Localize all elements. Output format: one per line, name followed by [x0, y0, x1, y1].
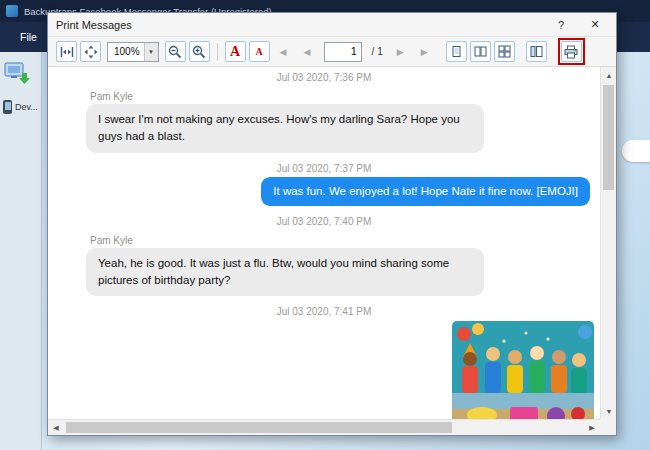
- zoom-out-button[interactable]: [165, 41, 186, 62]
- scrollbar-corner: [600, 419, 616, 435]
- phone-icon: [3, 100, 12, 114]
- view-mode-group: [446, 41, 515, 62]
- print-button[interactable]: [561, 41, 582, 62]
- next-page-icon: ▶: [397, 47, 404, 57]
- zoom-value: 100%: [108, 43, 144, 61]
- two-page-icon: [474, 45, 487, 58]
- device-label: Dev...: [15, 102, 38, 112]
- dialog-title: Print Messages: [56, 19, 548, 31]
- two-page-view-button[interactable]: [470, 41, 491, 62]
- chevron-down-icon[interactable]: ▼: [144, 43, 158, 61]
- print-messages-dialog: Print Messages ? ✕ 100% ▼: [47, 12, 617, 436]
- outgoing-message-bubble: It was fun. We enjoyed a lot! Hope Nate …: [261, 177, 590, 206]
- message-sender: Pam Kyle: [90, 91, 600, 102]
- print-button-highlight: [558, 38, 585, 65]
- first-page-icon: ◀: [280, 47, 287, 57]
- last-page-button[interactable]: ▶: [414, 41, 435, 62]
- horizontal-scroll-thumb[interactable]: [66, 422, 452, 433]
- single-page-icon: [450, 45, 463, 58]
- print-toolbar: 100% ▼ A A ◀: [48, 37, 616, 67]
- font-increase-icon: A: [230, 45, 240, 59]
- single-page-view-button[interactable]: [446, 41, 467, 62]
- zoom-in-icon: [192, 45, 206, 59]
- zoom-select[interactable]: 100% ▼: [107, 42, 159, 62]
- scroll-right-icon[interactable]: ▶: [584, 420, 600, 435]
- prev-page-icon: ◀: [304, 47, 311, 57]
- vertical-scroll-thumb[interactable]: [603, 85, 614, 190]
- backup-computer-icon[interactable]: [3, 60, 31, 90]
- page-number-input[interactable]: [324, 42, 362, 62]
- birthday-party-photo-graphic: [452, 321, 594, 419]
- thumbnail-view-icon: [530, 45, 543, 58]
- font-increase-button[interactable]: A: [225, 41, 246, 62]
- timestamp: Jul 03 2020, 7:40 PM: [48, 216, 600, 227]
- shared-photo: [452, 321, 594, 419]
- help-button[interactable]: ?: [548, 13, 574, 37]
- zoom-out-icon: [168, 45, 182, 59]
- scroll-up-icon[interactable]: ▲: [601, 67, 616, 83]
- menu-file[interactable]: File: [12, 28, 45, 46]
- thumbnail-view-button[interactable]: [526, 41, 547, 62]
- four-page-view-button[interactable]: [494, 41, 515, 62]
- four-page-grid-icon: [498, 45, 511, 58]
- first-page-button[interactable]: ◀: [273, 41, 294, 62]
- timestamp: Jul 03 2020, 7:41 PM: [48, 306, 600, 317]
- print-preview-page: Jul 03 2020, 7:36 PM Pam Kyle I swear I'…: [48, 67, 600, 419]
- toolbar-separator: [217, 43, 218, 61]
- fit-page-button[interactable]: [80, 41, 101, 62]
- scroll-down-icon[interactable]: ▼: [601, 403, 616, 419]
- font-decrease-button[interactable]: A: [249, 41, 270, 62]
- vertical-scrollbar[interactable]: ▲ ▼: [600, 67, 616, 419]
- sidebar-item-devices[interactable]: Dev...: [3, 100, 38, 114]
- app-logo-icon: [6, 5, 18, 17]
- incoming-message-bubble: I swear I'm not making any excuses. How'…: [86, 104, 484, 153]
- background-card: [622, 140, 650, 162]
- horizontal-scrollbar[interactable]: ◀ ▶: [48, 419, 600, 435]
- page-total-label: / 1: [372, 46, 383, 57]
- printer-icon: [564, 45, 578, 59]
- dialog-titlebar: Print Messages ? ✕: [48, 13, 616, 37]
- timestamp: Jul 03 2020, 7:36 PM: [48, 72, 600, 83]
- scroll-left-icon[interactable]: ◀: [48, 420, 64, 435]
- fit-page-icon: [84, 45, 98, 59]
- print-preview: Jul 03 2020, 7:36 PM Pam Kyle I swear I'…: [48, 67, 616, 435]
- close-button[interactable]: ✕: [582, 13, 608, 37]
- message-sender: Pam Kyle: [90, 235, 600, 246]
- fit-width-button[interactable]: [56, 41, 77, 62]
- next-page-button[interactable]: ▶: [390, 41, 411, 62]
- prev-page-button[interactable]: ◀: [297, 41, 318, 62]
- timestamp: Jul 03 2020, 7:37 PM: [48, 163, 600, 174]
- font-decrease-icon: A: [255, 47, 262, 57]
- app-sidebar: Dev...: [0, 52, 42, 450]
- fit-width-icon: [60, 45, 74, 59]
- incoming-message-bubble: Yeah, he is good. It was just a flu. Btw…: [86, 248, 484, 297]
- zoom-in-button[interactable]: [189, 41, 210, 62]
- last-page-icon: ▶: [421, 47, 428, 57]
